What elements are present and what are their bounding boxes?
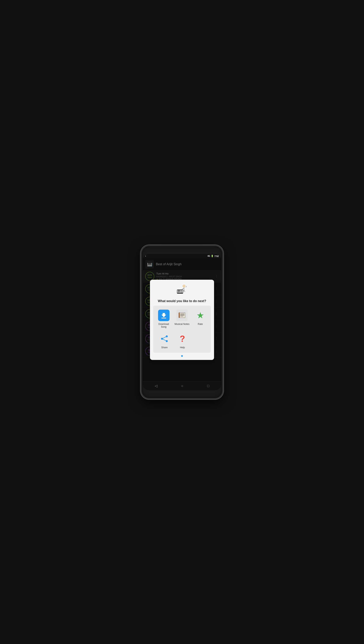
recent-button[interactable]: □ — [203, 382, 213, 390]
modal-mascot: ♪ — [176, 284, 188, 297]
phone-frame: ▪ 4G 🔋 7:52 🎹 Best of Arijit Singh — [140, 245, 224, 399]
actions-row-bottom: Share ? Help — [156, 331, 209, 350]
home-button[interactable]: ○ — [177, 382, 187, 390]
modal-dialog: ♪ What would you like to do next? — [150, 280, 214, 360]
back-button[interactable]: ◁ — [151, 382, 162, 390]
svg-rect-6 — [180, 290, 180, 292]
svg-text:♪: ♪ — [186, 285, 187, 288]
svg-line-11 — [183, 290, 184, 292]
musical-notes-icon — [176, 310, 188, 321]
help-label: Help — [180, 346, 185, 349]
download-label: DownloadSong — [158, 323, 169, 328]
rate-icon: ★ — [194, 310, 206, 321]
modal-overlay[interactable]: ♪ What would you like to do next? — [143, 258, 221, 381]
download-song-button[interactable]: DownloadSong — [156, 308, 171, 330]
rate-button[interactable]: ★ Rate — [193, 308, 208, 330]
svg-marker-14 — [162, 313, 166, 317]
svg-line-10 — [182, 288, 184, 289]
actions-row-top: DownloadSong — [156, 308, 209, 330]
status-left: ▪ — [145, 255, 146, 257]
download-icon — [158, 310, 170, 321]
indicator-dot-active — [181, 355, 183, 357]
svg-line-12 — [184, 290, 185, 292]
svg-point-8 — [182, 285, 185, 287]
help-icon: ? — [177, 333, 188, 344]
clock: 7:52 — [214, 255, 219, 257]
phone-screen: ▪ 4G 🔋 7:52 🎹 Best of Arijit Singh — [143, 254, 221, 390]
svg-rect-5 — [178, 290, 179, 292]
musical-notes-label: Musical Notes — [174, 323, 189, 325]
svg-line-27 — [162, 339, 167, 341]
svg-rect-22 — [179, 313, 186, 313]
status-bar: ▪ 4G 🔋 7:52 — [143, 254, 221, 258]
help-button[interactable]: ? Help — [175, 331, 190, 350]
modal-actions: DownloadSong — [153, 306, 211, 353]
share-label: Share — [161, 346, 168, 349]
svg-rect-15 — [162, 318, 166, 318]
nav-bar: ◁ ○ □ — [143, 381, 221, 390]
signal-text: 4G — [208, 255, 210, 257]
app-content: 🎹 Best of Arijit Singh 337K Views Tum Hi… — [143, 258, 221, 381]
share-icon — [159, 333, 170, 344]
share-button[interactable]: Share — [157, 331, 172, 350]
rate-label: Rate — [198, 323, 203, 325]
status-right: 4G 🔋 7:52 — [208, 255, 219, 257]
modal-title: What would you like to do next? — [158, 299, 206, 303]
svg-rect-4 — [182, 290, 182, 293]
musical-notes-button[interactable]: Musical Notes — [173, 308, 191, 330]
svg-rect-7 — [181, 290, 182, 292]
sim-icon: ▪ — [145, 255, 146, 257]
battery-icon: 🔋 — [211, 255, 214, 257]
modal-indicator — [181, 355, 183, 357]
svg-line-26 — [162, 336, 167, 339]
